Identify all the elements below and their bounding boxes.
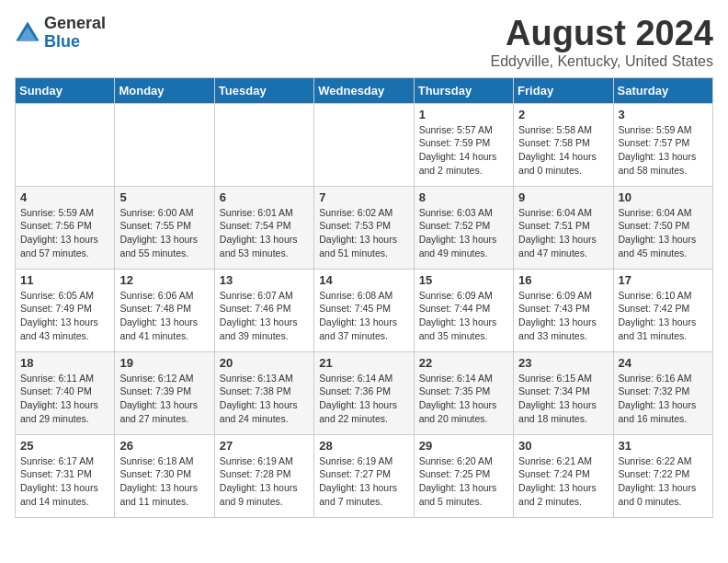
day-number: 13 bbox=[220, 273, 309, 287]
calendar-cell: 15Sunrise: 6:09 AM Sunset: 7:44 PM Dayli… bbox=[414, 269, 513, 351]
day-number: 2 bbox=[518, 108, 608, 121]
cell-content: Sunrise: 6:03 AM Sunset: 7:52 PM Dayligh… bbox=[419, 206, 508, 260]
day-number: 1 bbox=[419, 108, 508, 121]
day-number: 11 bbox=[20, 273, 109, 287]
week-row-1: 1Sunrise: 5:57 AM Sunset: 7:59 PM Daylig… bbox=[16, 103, 713, 186]
calendar-cell: 29Sunrise: 6:20 AM Sunset: 7:25 PM Dayli… bbox=[414, 434, 513, 517]
week-row-2: 4Sunrise: 5:59 AM Sunset: 7:56 PM Daylig… bbox=[16, 186, 713, 269]
day-number: 22 bbox=[419, 356, 508, 370]
logo-blue: Blue bbox=[44, 33, 106, 52]
calendar-cell: 21Sunrise: 6:14 AM Sunset: 7:36 PM Dayli… bbox=[314, 351, 414, 434]
logo: General Blue bbox=[15, 15, 106, 52]
header-tuesday: Tuesday bbox=[214, 77, 313, 103]
calendar-cell bbox=[16, 103, 115, 186]
cell-content: Sunrise: 5:59 AM Sunset: 7:57 PM Dayligh… bbox=[619, 123, 708, 178]
day-number: 6 bbox=[220, 190, 309, 204]
calendar-cell: 5Sunrise: 6:00 AM Sunset: 7:55 PM Daylig… bbox=[115, 186, 214, 269]
day-number: 30 bbox=[518, 439, 608, 453]
cell-content: Sunrise: 6:19 AM Sunset: 7:28 PM Dayligh… bbox=[220, 454, 309, 509]
calendar-cell: 7Sunrise: 6:02 AM Sunset: 7:53 PM Daylig… bbox=[314, 186, 414, 269]
calendar-cell: 6Sunrise: 6:01 AM Sunset: 7:54 PM Daylig… bbox=[214, 186, 313, 269]
calendar-table: SundayMondayTuesdayWednesdayThursdayFrid… bbox=[15, 77, 713, 518]
day-number: 10 bbox=[619, 190, 708, 204]
cell-content: Sunrise: 6:10 AM Sunset: 7:42 PM Dayligh… bbox=[619, 289, 708, 343]
cell-content: Sunrise: 6:09 AM Sunset: 7:44 PM Dayligh… bbox=[419, 289, 508, 343]
cell-content: Sunrise: 6:13 AM Sunset: 7:38 PM Dayligh… bbox=[220, 372, 309, 426]
cell-content: Sunrise: 6:07 AM Sunset: 7:46 PM Dayligh… bbox=[220, 289, 309, 343]
day-number: 8 bbox=[419, 190, 508, 204]
day-number: 25 bbox=[20, 439, 109, 453]
calendar-cell: 20Sunrise: 6:13 AM Sunset: 7:38 PM Dayli… bbox=[214, 351, 313, 434]
cell-content: Sunrise: 6:12 AM Sunset: 7:39 PM Dayligh… bbox=[119, 372, 209, 426]
cell-content: Sunrise: 6:15 AM Sunset: 7:34 PM Dayligh… bbox=[518, 372, 608, 426]
header-row: SundayMondayTuesdayWednesdayThursdayFrid… bbox=[16, 77, 713, 103]
calendar-cell: 10Sunrise: 6:04 AM Sunset: 7:50 PM Dayli… bbox=[613, 186, 712, 269]
cell-content: Sunrise: 6:20 AM Sunset: 7:25 PM Dayligh… bbox=[419, 454, 508, 509]
day-number: 3 bbox=[619, 108, 708, 121]
day-number: 19 bbox=[119, 356, 209, 370]
day-number: 18 bbox=[20, 356, 109, 370]
calendar-cell: 3Sunrise: 5:59 AM Sunset: 7:57 PM Daylig… bbox=[613, 103, 712, 186]
week-row-5: 25Sunrise: 6:17 AM Sunset: 7:31 PM Dayli… bbox=[16, 434, 713, 517]
cell-content: Sunrise: 6:05 AM Sunset: 7:49 PM Dayligh… bbox=[20, 289, 109, 343]
cell-content: Sunrise: 6:22 AM Sunset: 7:22 PM Dayligh… bbox=[619, 454, 708, 509]
calendar-cell bbox=[214, 103, 313, 186]
calendar-cell: 16Sunrise: 6:09 AM Sunset: 7:43 PM Dayli… bbox=[514, 269, 613, 351]
day-number: 29 bbox=[419, 439, 508, 453]
calendar-cell: 4Sunrise: 5:59 AM Sunset: 7:56 PM Daylig… bbox=[16, 186, 115, 269]
cell-content: Sunrise: 6:09 AM Sunset: 7:43 PM Dayligh… bbox=[518, 289, 608, 343]
calendar-cell bbox=[115, 103, 214, 186]
calendar-cell: 17Sunrise: 6:10 AM Sunset: 7:42 PM Dayli… bbox=[613, 269, 712, 351]
day-number: 21 bbox=[319, 356, 408, 370]
logo-icon bbox=[15, 20, 40, 46]
calendar-cell: 28Sunrise: 6:19 AM Sunset: 7:27 PM Dayli… bbox=[314, 434, 414, 517]
logo-general: General bbox=[44, 15, 106, 33]
day-number: 26 bbox=[119, 439, 209, 453]
day-number: 31 bbox=[619, 439, 708, 453]
day-number: 17 bbox=[619, 273, 708, 287]
calendar-cell: 23Sunrise: 6:15 AM Sunset: 7:34 PM Dayli… bbox=[514, 351, 613, 434]
header-thursday: Thursday bbox=[414, 77, 513, 103]
cell-content: Sunrise: 5:59 AM Sunset: 7:56 PM Dayligh… bbox=[20, 206, 109, 260]
week-row-4: 18Sunrise: 6:11 AM Sunset: 7:40 PM Dayli… bbox=[16, 351, 713, 434]
calendar-cell: 2Sunrise: 5:58 AM Sunset: 7:58 PM Daylig… bbox=[514, 103, 613, 186]
header-wednesday: Wednesday bbox=[314, 77, 414, 103]
header-monday: Monday bbox=[115, 77, 214, 103]
calendar-cell: 12Sunrise: 6:06 AM Sunset: 7:48 PM Dayli… bbox=[115, 269, 214, 351]
day-number: 15 bbox=[419, 273, 508, 287]
header-friday: Friday bbox=[514, 77, 613, 103]
cell-content: Sunrise: 6:19 AM Sunset: 7:27 PM Dayligh… bbox=[319, 454, 408, 509]
cell-content: Sunrise: 6:17 AM Sunset: 7:31 PM Dayligh… bbox=[20, 454, 109, 509]
page-header: General Blue August 2024 Eddyville, Kent… bbox=[15, 15, 713, 70]
cell-content: Sunrise: 6:06 AM Sunset: 7:48 PM Dayligh… bbox=[119, 289, 209, 343]
cell-content: Sunrise: 6:01 AM Sunset: 7:54 PM Dayligh… bbox=[220, 206, 309, 260]
cell-content: Sunrise: 6:18 AM Sunset: 7:30 PM Dayligh… bbox=[119, 454, 209, 509]
day-number: 16 bbox=[518, 273, 608, 287]
calendar-cell: 25Sunrise: 6:17 AM Sunset: 7:31 PM Dayli… bbox=[16, 434, 115, 517]
day-number: 23 bbox=[518, 356, 608, 370]
calendar-cell: 27Sunrise: 6:19 AM Sunset: 7:28 PM Dayli… bbox=[214, 434, 313, 517]
cell-content: Sunrise: 6:14 AM Sunset: 7:36 PM Dayligh… bbox=[319, 372, 408, 426]
cell-content: Sunrise: 6:08 AM Sunset: 7:45 PM Dayligh… bbox=[319, 289, 408, 343]
day-number: 12 bbox=[119, 273, 209, 287]
day-number: 7 bbox=[319, 190, 408, 204]
day-number: 24 bbox=[619, 356, 708, 370]
header-saturday: Saturday bbox=[613, 77, 712, 103]
day-number: 14 bbox=[319, 273, 408, 287]
cell-content: Sunrise: 5:58 AM Sunset: 7:58 PM Dayligh… bbox=[518, 123, 608, 178]
cell-content: Sunrise: 6:04 AM Sunset: 7:51 PM Dayligh… bbox=[518, 206, 608, 260]
cell-content: Sunrise: 6:02 AM Sunset: 7:53 PM Dayligh… bbox=[319, 206, 408, 260]
calendar-cell: 11Sunrise: 6:05 AM Sunset: 7:49 PM Dayli… bbox=[16, 269, 115, 351]
calendar-cell: 1Sunrise: 5:57 AM Sunset: 7:59 PM Daylig… bbox=[414, 103, 513, 186]
calendar-cell: 14Sunrise: 6:08 AM Sunset: 7:45 PM Dayli… bbox=[314, 269, 414, 351]
day-number: 4 bbox=[20, 190, 109, 204]
month-year: August 2024 bbox=[491, 15, 714, 53]
title-block: August 2024 Eddyville, Kentucky, United … bbox=[491, 15, 714, 70]
day-number: 9 bbox=[518, 190, 608, 204]
cell-content: Sunrise: 6:21 AM Sunset: 7:24 PM Dayligh… bbox=[518, 454, 608, 509]
logo-text: General Blue bbox=[44, 15, 106, 52]
calendar-cell: 31Sunrise: 6:22 AM Sunset: 7:22 PM Dayli… bbox=[613, 434, 712, 517]
week-row-3: 11Sunrise: 6:05 AM Sunset: 7:49 PM Dayli… bbox=[16, 269, 713, 351]
calendar-cell: 22Sunrise: 6:14 AM Sunset: 7:35 PM Dayli… bbox=[414, 351, 513, 434]
calendar-cell bbox=[314, 103, 414, 186]
